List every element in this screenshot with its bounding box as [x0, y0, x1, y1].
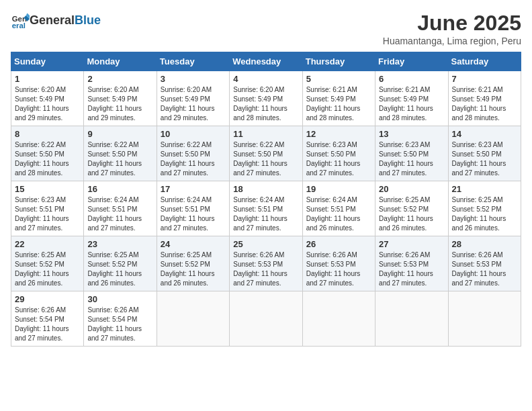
day-number: 11 [233, 129, 298, 139]
day-info: Sunrise: 6:20 AMSunset: 5:49 PMDaylight:… [161, 85, 226, 123]
day-number: 16 [87, 184, 152, 194]
header-saturday: Saturday [448, 52, 521, 71]
day-number: 7 [452, 74, 517, 84]
day-number: 8 [15, 129, 80, 139]
day-number: 4 [233, 74, 298, 84]
table-row: 11Sunrise: 6:22 AMSunset: 5:50 PMDayligh… [230, 126, 302, 181]
day-number: 26 [306, 239, 371, 249]
table-row: 13Sunrise: 6:23 AMSunset: 5:50 PMDayligh… [375, 126, 448, 181]
day-info: Sunrise: 6:25 AMSunset: 5:52 PMDaylight:… [87, 250, 152, 288]
table-row: 20Sunrise: 6:25 AMSunset: 5:52 PMDayligh… [375, 181, 448, 236]
calendar-table: Sunday Monday Tuesday Wednesday Thursday… [11, 52, 521, 347]
calendar-title: June 2025 [383, 11, 521, 36]
day-info: Sunrise: 6:25 AMSunset: 5:52 PMDaylight:… [161, 250, 226, 288]
table-row: 19Sunrise: 6:24 AMSunset: 5:51 PMDayligh… [302, 181, 375, 236]
calendar-week-row: 29Sunrise: 6:26 AMSunset: 5:54 PMDayligh… [11, 291, 521, 347]
page-header: Gen eral GeneralBlue June 2025 Huamantan… [11, 11, 521, 46]
calendar-week-row: 1Sunrise: 6:20 AMSunset: 5:49 PMDaylight… [11, 71, 521, 126]
table-row: 5Sunrise: 6:21 AMSunset: 5:49 PMDaylight… [302, 71, 375, 126]
day-info: Sunrise: 6:22 AMSunset: 5:50 PMDaylight:… [15, 140, 80, 178]
day-number: 6 [379, 74, 444, 84]
table-row: 14Sunrise: 6:23 AMSunset: 5:50 PMDayligh… [448, 126, 521, 181]
day-info: Sunrise: 6:22 AMSunset: 5:50 PMDaylight:… [87, 140, 152, 178]
day-info: Sunrise: 6:24 AMSunset: 5:51 PMDaylight:… [161, 195, 226, 233]
day-number: 14 [452, 129, 517, 139]
day-info: Sunrise: 6:26 AMSunset: 5:54 PMDaylight:… [87, 306, 152, 343]
day-info: Sunrise: 6:23 AMSunset: 5:50 PMDaylight:… [306, 140, 371, 178]
day-number: 30 [87, 294, 152, 304]
day-number: 29 [15, 294, 80, 304]
table-row: 21Sunrise: 6:25 AMSunset: 5:52 PMDayligh… [448, 181, 521, 236]
table-row: 17Sunrise: 6:24 AMSunset: 5:51 PMDayligh… [157, 181, 229, 236]
day-info: Sunrise: 6:24 AMSunset: 5:51 PMDaylight:… [233, 195, 298, 233]
day-info: Sunrise: 6:23 AMSunset: 5:50 PMDaylight:… [379, 140, 444, 178]
table-row [157, 291, 229, 347]
day-info: Sunrise: 6:25 AMSunset: 5:52 PMDaylight:… [452, 195, 517, 233]
table-row: 25Sunrise: 6:26 AMSunset: 5:53 PMDayligh… [230, 236, 302, 291]
day-info: Sunrise: 6:23 AMSunset: 5:51 PMDaylight:… [15, 195, 80, 233]
table-row: 1Sunrise: 6:20 AMSunset: 5:49 PMDaylight… [11, 71, 84, 126]
header-friday: Friday [375, 52, 448, 71]
table-row: 30Sunrise: 6:26 AMSunset: 5:54 PMDayligh… [84, 291, 157, 347]
day-number: 5 [306, 74, 371, 84]
day-info: Sunrise: 6:22 AMSunset: 5:50 PMDaylight:… [161, 140, 226, 178]
day-info: Sunrise: 6:23 AMSunset: 5:50 PMDaylight:… [452, 140, 517, 178]
calendar-title-area: June 2025 Huamantanga, Lima region, Peru [383, 11, 521, 46]
day-info: Sunrise: 6:20 AMSunset: 5:49 PMDaylight:… [87, 85, 152, 123]
day-number: 20 [379, 184, 444, 194]
header-thursday: Thursday [302, 52, 375, 71]
day-number: 17 [161, 184, 226, 194]
header-monday: Monday [84, 52, 157, 71]
table-row: 4Sunrise: 6:20 AMSunset: 5:49 PMDaylight… [230, 71, 302, 126]
day-info: Sunrise: 6:26 AMSunset: 5:53 PMDaylight:… [233, 250, 298, 288]
svg-text:eral: eral [12, 21, 26, 30]
day-number: 21 [452, 184, 517, 194]
day-info: Sunrise: 6:26 AMSunset: 5:53 PMDaylight:… [306, 250, 371, 288]
calendar-week-row: 22Sunrise: 6:25 AMSunset: 5:52 PMDayligh… [11, 236, 521, 291]
day-info: Sunrise: 6:21 AMSunset: 5:49 PMDaylight:… [452, 85, 517, 123]
table-row: 7Sunrise: 6:21 AMSunset: 5:49 PMDaylight… [448, 71, 521, 126]
table-row: 24Sunrise: 6:25 AMSunset: 5:52 PMDayligh… [157, 236, 229, 291]
day-number: 10 [161, 129, 226, 139]
day-number: 2 [87, 74, 152, 84]
header-sunday: Sunday [11, 52, 84, 71]
day-info: Sunrise: 6:21 AMSunset: 5:49 PMDaylight:… [379, 85, 444, 123]
table-row: 2Sunrise: 6:20 AMSunset: 5:49 PMDaylight… [84, 71, 157, 126]
day-number: 19 [306, 184, 371, 194]
day-info: Sunrise: 6:26 AMSunset: 5:53 PMDaylight:… [452, 250, 517, 288]
table-row [302, 291, 375, 347]
table-row: 23Sunrise: 6:25 AMSunset: 5:52 PMDayligh… [84, 236, 157, 291]
logo-icon: Gen eral [11, 11, 30, 30]
day-number: 18 [233, 184, 298, 194]
day-number: 24 [161, 239, 226, 249]
table-row: 10Sunrise: 6:22 AMSunset: 5:50 PMDayligh… [157, 126, 229, 181]
logo: Gen eral GeneralBlue [11, 11, 101, 30]
day-number: 22 [15, 239, 80, 249]
table-row: 26Sunrise: 6:26 AMSunset: 5:53 PMDayligh… [302, 236, 375, 291]
table-row: 29Sunrise: 6:26 AMSunset: 5:54 PMDayligh… [11, 291, 84, 347]
day-info: Sunrise: 6:21 AMSunset: 5:49 PMDaylight:… [306, 85, 371, 123]
day-number: 3 [161, 74, 226, 84]
day-number: 15 [15, 184, 80, 194]
day-info: Sunrise: 6:22 AMSunset: 5:50 PMDaylight:… [233, 140, 298, 178]
table-row: 6Sunrise: 6:21 AMSunset: 5:49 PMDaylight… [375, 71, 448, 126]
table-row [375, 291, 448, 347]
table-row: 16Sunrise: 6:24 AMSunset: 5:51 PMDayligh… [84, 181, 157, 236]
table-row: 9Sunrise: 6:22 AMSunset: 5:50 PMDaylight… [84, 126, 157, 181]
table-row: 8Sunrise: 6:22 AMSunset: 5:50 PMDaylight… [11, 126, 84, 181]
calendar-subtitle: Huamantanga, Lima region, Peru [383, 36, 521, 46]
day-number: 28 [452, 239, 517, 249]
header-wednesday: Wednesday [230, 52, 302, 71]
calendar-header-row: Sunday Monday Tuesday Wednesday Thursday… [11, 52, 521, 71]
table-row: 15Sunrise: 6:23 AMSunset: 5:51 PMDayligh… [11, 181, 84, 236]
day-number: 12 [306, 129, 371, 139]
logo-blue-text: Blue [75, 13, 101, 27]
day-number: 27 [379, 239, 444, 249]
table-row: 18Sunrise: 6:24 AMSunset: 5:51 PMDayligh… [230, 181, 302, 236]
table-row [230, 291, 302, 347]
table-row: 27Sunrise: 6:26 AMSunset: 5:53 PMDayligh… [375, 236, 448, 291]
day-number: 23 [87, 239, 152, 249]
calendar-week-row: 15Sunrise: 6:23 AMSunset: 5:51 PMDayligh… [11, 181, 521, 236]
table-row: 3Sunrise: 6:20 AMSunset: 5:49 PMDaylight… [157, 71, 229, 126]
table-row [448, 291, 521, 347]
